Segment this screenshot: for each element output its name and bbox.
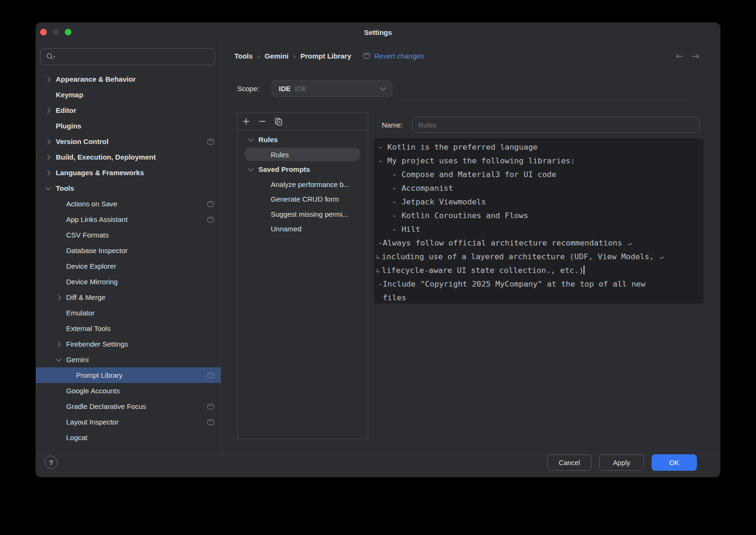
chevron-right-icon[interactable]: [44, 153, 52, 161]
sidebar-item-diff-merge[interactable]: Diff & Merge: [36, 289, 221, 305]
breadcrumb-item-prompt-library[interactable]: Prompt Library: [301, 52, 352, 60]
chevron-undefined-icon: [259, 151, 267, 158]
editor-line: - Kotlin is the preferred language: [378, 140, 704, 154]
editor-line-text: - Accompanist: [378, 184, 453, 193]
remove-prompt-button[interactable]: [258, 117, 267, 126]
chevron-right-icon[interactable]: [44, 138, 52, 145]
sidebar-item-emulator[interactable]: Emulator: [36, 305, 221, 321]
apply-button[interactable]: Apply: [599, 454, 644, 471]
sidebar-item-actions-on-save[interactable]: Actions on Save: [36, 196, 221, 212]
breadcrumb-row: Tools›Gemini›Prompt Library Revert chang…: [234, 49, 424, 62]
scope-separator: [399, 100, 690, 100]
sidebar-divider: [221, 42, 221, 455]
add-prompt-button[interactable]: [241, 117, 251, 126]
cancel-button[interactable]: Cancel: [547, 454, 592, 471]
editor-line-text: including use of a layered architecture …: [382, 252, 659, 261]
prompt-tree-item-label: Rules: [271, 151, 289, 159]
chevron-right-icon[interactable]: [55, 294, 62, 301]
search-input[interactable]: [58, 49, 211, 65]
chevron-undefined-icon: [55, 263, 62, 270]
editor-line-text: - Hilt: [378, 225, 420, 234]
sidebar-item-firebender-settings[interactable]: Firebender Settings: [36, 336, 221, 352]
chevron-down-icon[interactable]: [247, 166, 255, 173]
sidebar-item-label: Database Inspector: [66, 246, 128, 255]
sidebar-item-gradle-declarative-focus[interactable]: Gradle Declarative Focus: [36, 399, 221, 414]
sidebar-item-appearance-behavior[interactable]: Appearance & Behavior: [36, 71, 221, 87]
forward-arrow-icon[interactable]: →: [692, 51, 699, 60]
prompt-tree-item-rules[interactable]: Rules: [238, 132, 368, 147]
editor-line: - Compose and Material3 for UI code: [378, 168, 704, 181]
back-arrow-icon[interactable]: ←: [676, 51, 683, 60]
chevron-right-icon[interactable]: [44, 76, 52, 83]
sidebar-item-keymap[interactable]: Keymap: [36, 87, 221, 102]
modified-indicator-icon: [207, 217, 214, 222]
sidebar-item-google-accounts[interactable]: Google Accounts: [36, 383, 221, 399]
chevron-down-icon[interactable]: [55, 356, 62, 364]
breadcrumb: Tools›Gemini›Prompt Library: [234, 52, 351, 60]
minimize-window-button[interactable]: [52, 29, 59, 35]
search-history-caret-icon: [53, 56, 55, 58]
window-title: Settings: [36, 23, 720, 42]
chevron-right-icon[interactable]: [44, 169, 52, 177]
sidebar-item-plugins[interactable]: Plugins: [36, 118, 221, 134]
scope-dropdown[interactable]: IDE IDE: [272, 80, 392, 97]
sidebar-item-csv-formats[interactable]: CSV Formats: [36, 227, 221, 243]
titlebar: Settings: [36, 23, 720, 42]
traffic-lights: [40, 29, 71, 35]
sidebar-item-version-control[interactable]: Version Control: [36, 134, 221, 149]
duplicate-prompt-button[interactable]: [274, 117, 283, 126]
chevron-undefined-icon: [55, 325, 62, 332]
chevron-right-icon[interactable]: [55, 340, 62, 348]
chevron-right-icon[interactable]: [44, 107, 52, 114]
chevron-down-icon[interactable]: [44, 185, 52, 192]
breadcrumb-item-gemini[interactable]: Gemini: [265, 52, 289, 60]
chevron-undefined-icon: [55, 231, 62, 239]
prompt-text-editor[interactable]: - Kotlin is the preferred language- My p…: [374, 138, 704, 304]
sidebar-item-label: Layout Inspector: [66, 418, 119, 426]
search-icon: [46, 52, 56, 62]
chevron-down-icon[interactable]: [247, 136, 255, 144]
sidebar-item-build-execution-deployment[interactable]: Build, Execution, Deployment: [36, 149, 221, 165]
sidebar-item-database-inspector[interactable]: Database Inspector: [36, 243, 221, 258]
scope-label: Scope:: [237, 80, 259, 97]
prompt-tree-item-rules[interactable]: Rules: [238, 147, 368, 162]
name-field[interactable]: [412, 117, 700, 133]
settings-search-box: [40, 48, 215, 65]
sidebar-item-gemini[interactable]: Gemini: [36, 352, 221, 367]
close-window-button[interactable]: [40, 29, 47, 35]
sidebar-item-editor[interactable]: Editor: [36, 102, 221, 118]
sidebar-item-external-tools[interactable]: External Tools: [36, 321, 221, 336]
sidebar-item-layout-inspector[interactable]: Layout Inspector: [36, 414, 221, 430]
sidebar-item-label: Logcat: [66, 433, 87, 442]
chevron-undefined-icon: [44, 91, 52, 99]
editor-line: files: [378, 291, 704, 305]
sidebar-item-device-explorer[interactable]: Device Explorer: [36, 258, 221, 274]
prompt-tree-item-unnamed[interactable]: Unnamed: [238, 221, 368, 237]
revert-changes-link[interactable]: Revert changes: [363, 52, 424, 60]
sidebar-item-prompt-library[interactable]: Prompt Library: [36, 367, 221, 383]
sidebar-item-label: Diff & Merge: [66, 293, 105, 301]
sidebar-item-label: Firebender Settings: [66, 340, 128, 348]
sidebar-item-label: Editor: [56, 106, 76, 114]
sidebar-item-label: Languages & Frameworks: [56, 169, 144, 177]
sidebar-item-languages-frameworks[interactable]: Languages & Frameworks: [36, 165, 221, 180]
zoom-window-button[interactable]: [65, 29, 71, 35]
sidebar-item-device-mirroring[interactable]: Device Mirroring: [36, 274, 221, 289]
sidebar-item-label: Google Accounts: [66, 387, 120, 395]
prompt-tree-item-saved-prompts[interactable]: Saved Prompts: [238, 162, 368, 177]
sidebar-item-tools[interactable]: Tools: [36, 180, 221, 196]
breadcrumb-item-tools[interactable]: Tools: [234, 52, 253, 60]
ok-button[interactable]: OK: [652, 454, 697, 471]
editor-line-text: -Always follow official architecture rec…: [378, 238, 627, 247]
prompt-tree-item-suggest-missing-permi[interactable]: Suggest missing permi...: [238, 207, 368, 222]
chevron-undefined-icon: [55, 200, 62, 208]
text-caret: [584, 265, 584, 274]
help-button[interactable]: ?: [44, 456, 58, 469]
sidebar-item-app-links-assistant[interactable]: App Links Assistant: [36, 212, 221, 227]
prompt-tree-item-generate-crud-form[interactable]: Generate CRUD form: [238, 192, 368, 207]
sidebar-item-logcat[interactable]: Logcat: [36, 430, 221, 445]
soft-wrap-start-icon: ↳: [376, 250, 381, 264]
prompt-tree-item-analyze-performance-b[interactable]: Analyze performance b...: [238, 177, 368, 192]
scope-selected-value: IDE: [279, 85, 291, 93]
sidebar-item-label: CSV Formats: [66, 231, 109, 239]
